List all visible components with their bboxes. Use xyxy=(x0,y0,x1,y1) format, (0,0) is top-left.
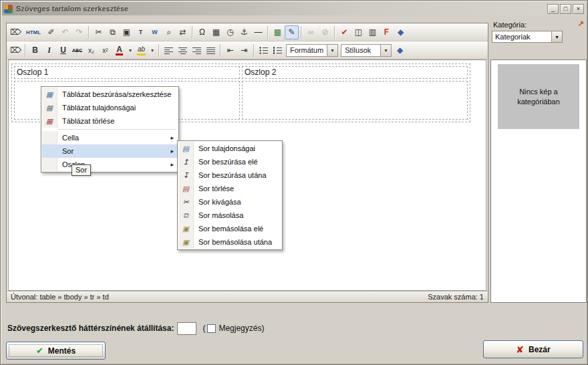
insert-link-icon[interactable]: ∞ xyxy=(304,25,318,39)
copy-icon[interactable]: ⧉ xyxy=(106,25,120,39)
insert-flash-icon[interactable]: F xyxy=(380,25,394,39)
styles-select-value: Stílusok xyxy=(341,46,380,54)
minimize-button[interactable]: _ xyxy=(547,4,559,14)
menu-item-cell[interactable]: Cella ▸ xyxy=(42,131,178,144)
highlight-color-arrow[interactable]: ▾ xyxy=(148,43,156,57)
submenu-item-row-properties[interactable]: ▤ Sor tulajdonságai xyxy=(178,142,281,155)
align-center-icon xyxy=(178,47,187,54)
styles-select[interactable]: Stílusok ▾ xyxy=(341,44,392,57)
highlight-color-button[interactable]: ab xyxy=(134,43,148,57)
submenu-item-insert-row-before[interactable]: ↥ Sor beszúrása elé xyxy=(178,155,281,168)
table-cell[interactable]: Oszlop 2 xyxy=(242,66,468,79)
format-painter-icon[interactable]: ✐ xyxy=(44,25,58,39)
table-cell[interactable] xyxy=(242,81,468,120)
redo-icon[interactable]: ↷ xyxy=(72,25,86,39)
insert-date-icon[interactable]: ▦ xyxy=(209,25,223,39)
submenu-item-cut-row[interactable]: ✂ Sor kivágása xyxy=(178,195,281,209)
strikethrough-button[interactable]: ABC xyxy=(70,43,84,57)
submenu-item-paste-row-after[interactable]: ▣ Sor bemásolása utána xyxy=(178,235,281,249)
menu-item-label: Sor bemásolása elé xyxy=(194,225,270,233)
menu-item-insert-table[interactable]: ▦ Táblázat beszúrása/szerkesztése xyxy=(42,88,178,101)
bullet-list-icon xyxy=(259,47,268,54)
word-count: Szavak száma: 1 xyxy=(428,293,484,301)
toolbar-separator xyxy=(301,26,302,39)
save-button[interactable]: ✔ Mentés xyxy=(6,342,106,360)
visual-guidelines-icon[interactable]: ▩ xyxy=(271,25,285,39)
anchor-icon[interactable]: ⚓ xyxy=(237,25,251,39)
submenu-item-paste-row-before[interactable]: ▣ Sor bemásolása elé xyxy=(178,222,281,235)
chevron-down-icon: ▾ xyxy=(551,31,562,42)
undo-icon[interactable]: ↶ xyxy=(58,25,72,39)
paste-as-text-icon[interactable]: T xyxy=(134,25,148,39)
menu-item-table-properties[interactable]: ▦ Táblázat tulajdonságai xyxy=(42,101,178,114)
row-properties-icon: ▤ xyxy=(178,142,194,155)
spellcheck-icon[interactable]: ✔ xyxy=(337,25,351,39)
outdent-button[interactable]: ⇤ xyxy=(223,43,237,57)
empty-icon-gutter xyxy=(42,131,57,144)
window-icon xyxy=(4,5,13,13)
paste-icon[interactable]: ▣ xyxy=(120,25,134,39)
horizontal-rule-icon[interactable]: — xyxy=(251,25,265,39)
toolbar-row-1: ⌦ HTML ✐ ↶ ↷ ✂ ⧉ ▣ T W ⌕ ⇄ Ω ▦ ◷ ⚓ — ▩ ✎… xyxy=(7,23,488,41)
indent-button[interactable]: ⇥ xyxy=(237,43,251,57)
bold-button[interactable]: B xyxy=(28,43,42,57)
menu-separator xyxy=(58,129,176,130)
paste-row-after-glyph: ▣ xyxy=(182,238,189,247)
cut-icon[interactable]: ✂ xyxy=(92,25,106,39)
align-left-icon xyxy=(164,47,173,54)
format-select[interactable]: Formátum ▾ xyxy=(286,44,338,57)
italic-button[interactable]: I xyxy=(42,43,56,57)
menu-item-delete-table[interactable]: ▦ Táblázat törlése xyxy=(42,114,178,128)
row-properties-glyph: ▤ xyxy=(182,144,189,153)
insert-time-icon[interactable]: ◷ xyxy=(223,25,237,39)
special-character-icon[interactable]: Ω xyxy=(195,25,209,39)
align-center-button[interactable] xyxy=(176,43,190,57)
title-bar[interactable]: Szöveges tartalom szerkesztése _ □ × xyxy=(2,2,586,15)
insert-media-icon[interactable]: ◆ xyxy=(394,25,408,39)
delete-row-icon: ▤ xyxy=(178,182,194,195)
text-color-button[interactable]: A xyxy=(112,43,126,57)
align-right-button[interactable] xyxy=(190,43,204,57)
find-icon[interactable]: ⌕ xyxy=(162,25,176,39)
align-justify-button[interactable] xyxy=(204,43,218,57)
copy-row-icon: ⧉ xyxy=(178,209,194,222)
dialog-close-button[interactable]: ✘ Bezár xyxy=(483,340,583,358)
paste-from-word-icon[interactable]: W xyxy=(148,25,162,39)
text-color-arrow[interactable]: ▾ xyxy=(126,43,134,57)
html-source-button[interactable]: HTML xyxy=(23,25,44,39)
cleanup-icon[interactable]: ⌦ xyxy=(9,25,23,39)
maximize-button[interactable]: □ xyxy=(560,4,571,14)
bullet-list-button[interactable] xyxy=(257,43,271,57)
menu-item-column[interactable]: Oszlop ▸ xyxy=(42,158,178,171)
insert-table-glyph: ▦ xyxy=(46,90,53,99)
numbered-list-button[interactable] xyxy=(271,43,285,57)
category-picker-icon[interactable]: ↗ xyxy=(575,19,586,29)
copy-row-glyph: ⧉ xyxy=(183,211,188,220)
align-left-button[interactable] xyxy=(162,43,176,57)
menu-item-row[interactable]: Sor ▸ xyxy=(42,144,178,158)
unlink-icon[interactable]: ⊘ xyxy=(318,25,332,39)
preview-icon[interactable]: ◫ xyxy=(351,25,365,39)
close-icon[interactable]: × xyxy=(573,4,584,14)
table-cell[interactable]: Oszlop 1 xyxy=(14,66,240,79)
element-path[interactable]: Útvonal: table » tbody » tr » td xyxy=(11,293,109,301)
submenu-item-copy-row[interactable]: ⧉ Sor másolása xyxy=(178,209,281,222)
toolbar-separator xyxy=(220,44,221,57)
note-checkbox[interactable] xyxy=(207,324,216,333)
print-icon[interactable]: ▥ xyxy=(365,25,380,39)
submenu-item-insert-row-after[interactable]: ↧ Sor beszúrása utána xyxy=(178,168,281,182)
find-replace-icon[interactable]: ⇄ xyxy=(176,25,190,39)
insert-row-before-icon: ↥ xyxy=(178,155,194,168)
remove-format-icon[interactable]: ⌦ xyxy=(9,43,23,57)
menu-item-label: Táblázat tulajdonságai xyxy=(57,104,142,112)
underline-button[interactable]: U xyxy=(56,43,70,57)
edit-image-icon[interactable]: ✎ xyxy=(285,25,299,39)
paste-row-before-glyph: ▣ xyxy=(182,225,189,233)
background-color-input[interactable] xyxy=(177,322,196,335)
submenu-item-delete-row[interactable]: ▤ Sor törlése xyxy=(178,182,281,195)
toolbar-separator xyxy=(88,26,90,39)
category-dropdown[interactable]: Kategoriak ▾ xyxy=(492,31,563,43)
subscript-button[interactable]: x₂ xyxy=(84,43,98,57)
superscript-button[interactable]: x² xyxy=(98,43,112,57)
delete-row-glyph: ▤ xyxy=(182,185,189,193)
